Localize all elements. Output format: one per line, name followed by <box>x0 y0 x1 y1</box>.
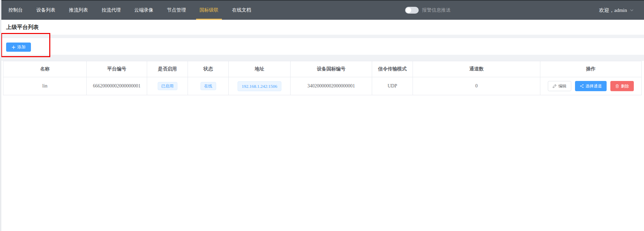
top-navbar: 控制台 设备列表 推流列表 拉流代理 云端录像 节点管理 国标级联 在线文档 报… <box>0 0 644 20</box>
col-header-name: 名称 <box>3 61 87 77</box>
col-header-address: 地址 <box>229 61 291 77</box>
edit-button[interactable]: 编辑 <box>548 81 571 91</box>
delete-button-label: 删除 <box>621 83 629 89</box>
platform-table-container: 名称 平台编号 是否启用 状态 地址 设备国标编号 信令传输模式 通道数 操作 … <box>3 61 641 95</box>
pencil-icon <box>553 84 557 88</box>
window-edge <box>0 0 1 231</box>
cell-address: 192.168.1.242:1506 <box>229 77 291 95</box>
nav-item-node-manage[interactable]: 节点管理 <box>160 1 193 20</box>
toggle-knob <box>406 7 411 13</box>
address-tag: 192.168.1.242:1506 <box>238 81 281 91</box>
nav-item-gb-cascade[interactable]: 国标级联 <box>193 1 225 20</box>
status-badge: 在线 <box>201 82 216 90</box>
trash-icon <box>615 84 619 88</box>
col-header-gb-id: 设备国标编号 <box>291 61 372 77</box>
cell-gb-id: 34020000002000000001 <box>291 77 372 95</box>
page-title: 上级平台列表 <box>6 24 39 31</box>
toolbar: 添加 <box>0 38 644 55</box>
col-header-platform-id: 平台编号 <box>87 61 147 77</box>
nav-item-cloud-record[interactable]: 云端录像 <box>127 1 160 20</box>
table-row: lin 66620000002000000001 已启用 在线 192.168.… <box>3 77 642 95</box>
edit-button-label: 编辑 <box>558 83 567 89</box>
user-menu[interactable]: 欢迎，admin <box>599 1 634 20</box>
nav-item-push-list[interactable]: 推流列表 <box>62 1 95 20</box>
col-header-channels: 通道数 <box>413 61 540 77</box>
nav-item-console[interactable]: 控制台 <box>2 1 30 20</box>
chevron-down-icon <box>630 8 634 12</box>
cell-enabled: 已启用 <box>147 77 188 95</box>
add-button[interactable]: 添加 <box>6 43 31 52</box>
col-header-actions: 操作 <box>540 61 642 77</box>
select-channel-label: 选择通道 <box>586 83 602 89</box>
select-channel-button[interactable]: 选择通道 <box>575 81 607 91</box>
cell-platform-id: 66620000002000000001 <box>87 77 147 95</box>
plus-icon <box>12 45 16 49</box>
cell-status: 在线 <box>188 77 229 95</box>
nav-item-pull-proxy[interactable]: 拉流代理 <box>95 1 127 20</box>
cell-name: lin <box>3 77 87 95</box>
cell-transport: UDP <box>372 77 413 95</box>
platform-table: 名称 平台编号 是否启用 状态 地址 设备国标编号 信令传输模式 通道数 操作 … <box>3 61 642 95</box>
col-header-status: 状态 <box>188 61 229 77</box>
title-band: 上级平台列表 <box>0 20 644 35</box>
add-button-label: 添加 <box>17 44 25 50</box>
welcome-text: 欢迎，admin <box>599 7 627 14</box>
col-header-transport: 信令传输模式 <box>372 61 413 77</box>
alarm-push-toggle-group: 报警信息推送 <box>405 1 451 20</box>
alarm-push-toggle[interactable] <box>405 7 419 14</box>
cell-channels: 0 <box>413 77 540 95</box>
nav-menu: 控制台 设备列表 推流列表 拉流代理 云端录像 节点管理 国标级联 在线文档 <box>2 1 258 20</box>
nav-item-online-docs[interactable]: 在线文档 <box>225 1 258 20</box>
enabled-badge: 已启用 <box>158 82 177 90</box>
nav-item-device-list[interactable]: 设备列表 <box>30 1 62 20</box>
table-header-row: 名称 平台编号 是否启用 状态 地址 设备国标编号 信令传输模式 通道数 操作 <box>3 61 642 77</box>
delete-button[interactable]: 删除 <box>610 81 634 91</box>
share-icon <box>580 84 584 88</box>
divider-band <box>0 35 644 38</box>
alarm-push-label: 报警信息推送 <box>422 7 451 13</box>
divider-band <box>0 55 644 61</box>
action-buttons: 编辑 选择通道 <box>542 81 639 91</box>
cell-actions: 编辑 选择通道 <box>540 77 642 95</box>
col-header-enabled: 是否启用 <box>147 61 188 77</box>
